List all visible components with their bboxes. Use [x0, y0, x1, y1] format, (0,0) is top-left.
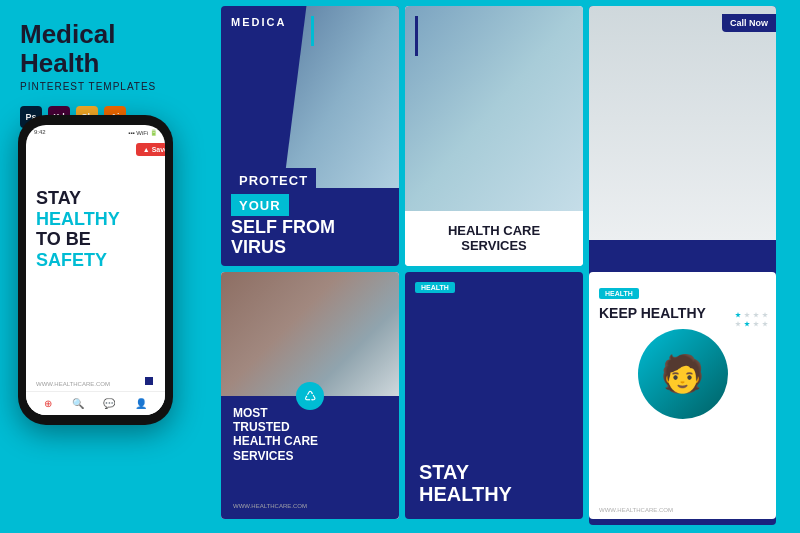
phone-headline-line4: SAFETY — [36, 250, 155, 271]
card7-url: WWW.HEALTHCARE.COM — [599, 507, 673, 513]
card6-line2: HEALTHY — [419, 483, 569, 505]
card2-title: HEALTH CARESERVICES — [448, 223, 540, 254]
card2-bottom: HEALTH CARESERVICES — [405, 211, 583, 266]
phone-headline-line3: TO BE — [36, 229, 155, 250]
phone-nav-pinterest[interactable]: ⊕ — [44, 398, 52, 409]
phone-nav-profile[interactable]: 👤 — [135, 398, 147, 409]
card5-bg — [221, 272, 399, 396]
brand-subtitle: PINTEREST TEMPLATES — [20, 81, 195, 92]
card6-line1: STAY — [419, 461, 569, 483]
phone-save-button[interactable]: ▲ Save — [136, 143, 165, 156]
card2-image — [405, 6, 583, 211]
card-health-care: HEALTH CARESERVICES — [405, 6, 583, 266]
card3-building-bg — [589, 6, 776, 240]
phone-time: 9:42 — [34, 129, 46, 136]
card7-dot — [744, 321, 750, 327]
phone-status-bar: 9:42 ▪▪▪ WiFi 🔋 — [26, 125, 165, 138]
card7-dot — [762, 321, 768, 327]
card6-accent-label: HEALTH — [415, 282, 455, 293]
card7-dot — [735, 321, 741, 327]
phone-signal: ▪▪▪ WiFi 🔋 — [128, 129, 157, 136]
card7-dot — [735, 312, 741, 318]
card4-center-icon: ♺ — [296, 382, 324, 410]
call-now-button[interactable]: Call Now — [722, 14, 776, 32]
card2-accent-line — [415, 16, 418, 56]
your-banner: YOUR — [231, 194, 289, 216]
card2-img-bg — [405, 6, 583, 211]
phone-content: STAY HEALTHY TO BE SAFETY — [26, 138, 165, 281]
card7-person-circle: 🧑 — [638, 329, 728, 419]
phone-url: WWW.HEALTHCARE.COM — [36, 381, 110, 387]
phone-outer: 9:42 ▪▪▪ WiFi 🔋 ▲ Save STAY HEALTHY TO B… — [18, 115, 173, 425]
card1-label: MEDICA — [231, 16, 286, 28]
brand-title: Medical Health — [20, 20, 195, 77]
card5-title: MOSTTRUSTEDHEALTH CARESERVICES — [233, 406, 387, 464]
card-keep-healthy: HEALTH KEEP HEALTHY 🧑 WWW.HEALTHCARE.COM — [589, 272, 776, 519]
card7-dot — [762, 312, 768, 318]
card5-image — [221, 272, 399, 396]
card5-content: MOSTTRUSTEDHEALTH CARESERVICES WWW.HEALT… — [221, 396, 399, 520]
phone-mockup: 9:42 ▪▪▪ WiFi 🔋 ▲ Save STAY HEALTHY TO B… — [18, 115, 173, 425]
card7-person-icon: 🧑 — [660, 353, 705, 395]
protect-banner: PROTECT — [231, 168, 316, 192]
phone-screen: 9:42 ▪▪▪ WiFi 🔋 ▲ Save STAY HEALTHY TO B… — [26, 125, 165, 415]
card-stay-healthy: HEALTH STAY HEALTHY — [405, 272, 583, 519]
card7-dot — [744, 312, 750, 318]
phone-headline: STAY HEALTHY TO BE SAFETY — [36, 188, 155, 271]
card7-dot — [753, 321, 759, 327]
card3-image: Call Now — [589, 6, 776, 240]
phone-headline-line2: HEALTHY — [36, 209, 155, 230]
phone-bottom-nav[interactable]: ⊕ 🔍 💬 👤 — [26, 391, 165, 415]
phone-accent-square — [145, 377, 153, 385]
card7-accent: HEALTH — [599, 288, 639, 299]
phone-notch — [71, 115, 121, 125]
phone-headline-line1: STAY — [36, 188, 155, 209]
card5-url: WWW.HEALTHCARE.COM — [233, 503, 387, 509]
phone-nav-search[interactable]: 🔍 — [72, 398, 84, 409]
card-medica: MEDICA PROTECT YOUR SELF FROM VIRUS — [221, 6, 399, 266]
card1-accent-line — [311, 16, 314, 46]
card6-headline: STAY HEALTHY — [419, 461, 569, 505]
self-from-text: SELF FROM VIRUS — [231, 218, 389, 258]
phone-nav-chat[interactable]: 💬 — [103, 398, 115, 409]
card1-text-block: PROTECT YOUR SELF FROM VIRUS — [221, 160, 399, 266]
card7-dot — [753, 312, 759, 318]
card7-dot-pattern — [735, 312, 768, 327]
